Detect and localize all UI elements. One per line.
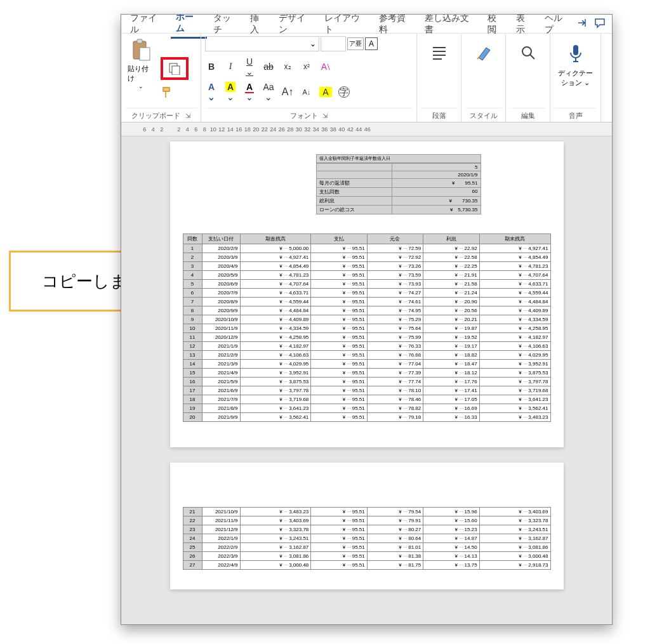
dictation-group[interactable]: ディクテー ション ⌄ 音声 <box>550 34 601 122</box>
summary-row: 5 <box>316 163 481 171</box>
table-row: 132021/2/9¥ ····· 4,106.63¥ ····· 95.51¥… <box>183 351 550 360</box>
page-1: 借入金額年間利子率返済年数借入日 52020/1/9毎月の返済額¥ 95.51支… <box>170 141 564 447</box>
page-2: 212021/10/9¥ ····· 3,483.23¥ ····· 95.51… <box>170 463 564 589</box>
table-row: 72020/8/9¥ ····· 4,559.44¥ ····· 95.51¥ … <box>183 298 550 306</box>
table-row: 42020/5/9¥ ····· 4,781.23¥ ····· 95.51¥ … <box>183 271 550 280</box>
clipboard-group: 貼り付け ⌄ ✂ クリップボード ⇲ <box>121 34 201 122</box>
comments-icon[interactable] <box>594 17 606 31</box>
ruler-tick: 28 <box>286 126 295 133</box>
copy-button[interactable] <box>161 57 189 80</box>
ruby-icon[interactable]: ア亜 <box>347 37 364 50</box>
svg-point-5 <box>522 47 531 56</box>
ruler-tick: 26 <box>277 126 286 133</box>
bold-button[interactable]: B <box>205 62 218 72</box>
table-row: 222021/11/9¥ ····· 3,403.69¥ ····· 95.51… <box>183 516 550 525</box>
enclose-char-icon[interactable]: 字 <box>338 86 350 98</box>
table-row: 112020/12/9¥ ····· 4,258.95¥ ····· 95.51… <box>183 333 550 342</box>
italic-button[interactable]: I <box>224 62 237 72</box>
ruler-tick: 32 <box>303 126 312 133</box>
table-row: 32020/4/9¥ ····· 4,854.49¥ ····· 95.51¥ … <box>183 262 550 271</box>
clear-format-button[interactable]: A⧵ <box>319 62 332 72</box>
styles-group[interactable]: スタイル <box>461 34 506 122</box>
word-window: ファイル ホーム タッチ 挿入 デザイン レイアウト 参考資料 差し込み文書 校… <box>121 14 613 625</box>
char-shading-icon[interactable]: A <box>319 87 332 97</box>
editing-group[interactable]: 編集 <box>506 34 550 122</box>
ruler-horizontal[interactable]: 6422468101214161820222426283032343638404… <box>121 122 612 136</box>
font-color-button[interactable]: A ⌄ <box>243 82 256 102</box>
summary-row: 総利息¥ 730.35 <box>316 197 481 206</box>
ruler-tick: 16 <box>235 126 244 133</box>
font-group: ⌄ ア亜 A B I U ⌄ ab x₂ x² A⧵ A ⌄ A ⌄ <box>201 34 417 122</box>
ruler-tick: 4 <box>149 126 158 133</box>
paste-button[interactable]: 貼り付け ⌄ <box>125 36 157 92</box>
paragraph-icon <box>421 44 457 66</box>
highlight-button[interactable]: A ⌄ <box>224 82 237 102</box>
superscript-button[interactable]: x² <box>300 62 313 71</box>
table-row: 252022/2/9¥ ····· 3,162.87¥ ····· 95.51¥… <box>183 543 550 552</box>
ruler-tick: 4 <box>183 126 192 133</box>
chevron-down-icon: ⌄ <box>584 79 590 86</box>
ruler-tick: 38 <box>329 126 338 133</box>
subscript-button[interactable]: x₂ <box>281 62 294 71</box>
table-row: 202021/9/9¥ ····· 3,562.41¥ ····· 95.51¥… <box>183 413 550 422</box>
table-header: 期末残高 <box>479 234 550 244</box>
table-row: 82020/9/9¥ ····· 4,484.84¥ ····· 95.51¥ … <box>183 306 550 315</box>
svg-rect-6 <box>573 45 578 55</box>
font-size-combo[interactable] <box>321 36 346 51</box>
table-row: 92020/10/9¥ ····· 4,409.89¥ ····· 95.51¥… <box>183 315 550 324</box>
strikethrough-button[interactable]: ab <box>262 62 275 72</box>
table-row: 192021/8/9¥ ····· 3,641.23¥ ····· 95.51¥… <box>183 404 550 413</box>
microphone-icon <box>554 44 597 69</box>
table-row: 242022/1/9¥ ····· 3,243.51¥ ····· 95.51¥… <box>183 534 550 543</box>
char-box-icon[interactable]: A <box>365 37 378 50</box>
font-name-combo[interactable]: ⌄ <box>205 36 319 51</box>
table-row: 62020/7/9¥ ····· 4,633.71¥ ····· 95.51¥ … <box>183 289 550 298</box>
ribbon-tabs: ファイル ホーム タッチ 挿入 デザイン レイアウト 参考資料 差し込み文書 校… <box>121 15 612 34</box>
table-header: 支払い日付 <box>202 234 240 244</box>
summary-header: 借入金額年間利子率返済年数借入日 <box>316 154 481 163</box>
summary-row: 毎月の返済額¥ 95.51 <box>316 179 481 188</box>
ruler-tick: 44 <box>355 126 364 133</box>
table-row: 212021/10/9¥ ····· 3,483.23¥ ····· 95.51… <box>183 508 550 516</box>
ruler-tick: 14 <box>226 126 235 133</box>
clipboard-launcher-icon[interactable]: ⇲ <box>185 112 190 119</box>
table-row: 122021/1/9¥ ····· 4,182.97¥ ····· 95.51¥… <box>183 342 550 351</box>
table-header: 利息 <box>423 234 479 244</box>
ruler-tick: 10 <box>209 126 218 133</box>
change-case-button[interactable]: Aa ⌄ <box>262 82 275 102</box>
table-row: 232021/12/9¥ ····· 3,323.78¥ ····· 95.51… <box>183 525 550 534</box>
ruler-tick: 30 <box>295 126 303 133</box>
table-row: 262022/3/9¥ ····· 3,081.86¥ ····· 95.51¥… <box>183 552 550 561</box>
ruler-tick: 24 <box>269 126 278 133</box>
table-header: 期首残高 <box>240 234 311 244</box>
table-row: 162021/5/9¥ ····· 3,875.53¥ ····· 95.51¥… <box>183 378 550 386</box>
table-row: 172021/6/9¥ ····· 3,797.78¥ ····· 95.51¥… <box>183 386 550 395</box>
paragraph-group[interactable]: 段落 <box>417 34 461 122</box>
table-header: 支払 <box>311 234 367 244</box>
table-header: 元金 <box>367 234 423 244</box>
ruler-tick: 34 <box>312 126 321 133</box>
ruler-tick: 46 <box>363 126 372 133</box>
table-row: 152021/4/9¥ ····· 3,952.91¥ ····· 95.51¥… <box>183 369 550 378</box>
ruler-tick: 6 <box>140 126 149 133</box>
search-icon <box>510 44 546 66</box>
table-row: 102020/11/9¥ ····· 4,334.59¥ ····· 95.51… <box>183 324 550 333</box>
loan-table-page2: 212021/10/9¥ ····· 3,483.23¥ ····· 95.51… <box>183 507 551 570</box>
share-icon[interactable] <box>576 17 588 31</box>
text-effects-button[interactable]: A ⌄ <box>205 82 218 102</box>
underline-button[interactable]: U ⌄ <box>243 56 256 77</box>
svg-rect-2 <box>140 48 150 60</box>
table-row: 12020/2/9¥ ····· 5,000.00¥ ····· 95.51¥ … <box>183 244 550 253</box>
font-launcher-icon[interactable]: ⇲ <box>322 112 328 119</box>
table-row: 142021/3/9¥ ····· 4,029.95¥ ····· 95.51¥… <box>183 360 550 369</box>
shrink-font-button[interactable]: A↓ <box>300 88 313 96</box>
ruler-tick: 18 <box>243 126 252 133</box>
grow-font-button[interactable]: A↑ <box>281 86 294 98</box>
summary-row: 支払回数60 <box>316 188 481 197</box>
table-row: 22020/3/9¥ ····· 4,927.41¥ ····· 95.51¥ … <box>183 253 550 262</box>
styles-icon <box>465 44 501 66</box>
document-area[interactable]: 6422468101214161820222426283032343638404… <box>121 122 612 625</box>
ruler-tick: 2 <box>175 126 183 133</box>
summary-row: 2020/1/9 <box>316 171 481 179</box>
format-painter-icon[interactable] <box>161 86 189 102</box>
